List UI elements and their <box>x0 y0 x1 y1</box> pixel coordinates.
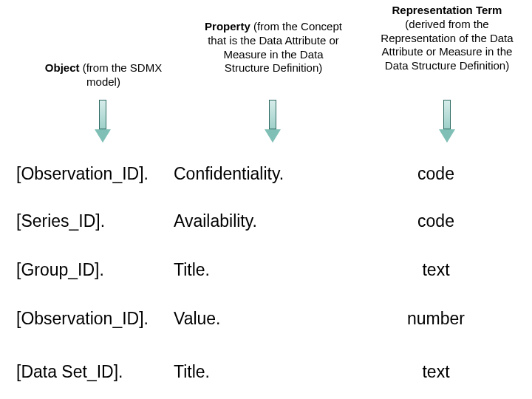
cell-property: Confidentiality. <box>174 164 344 184</box>
cell-object: [Group_ID]. <box>16 260 179 280</box>
table-row: [Data Set_ID]. Title. text <box>0 362 532 396</box>
cell-rep: number <box>355 309 517 329</box>
table-row: [Series_ID]. Availability. code <box>0 211 532 245</box>
table-row: [Group_ID]. Title. text <box>0 260 532 294</box>
header-property-term: Property <box>205 20 250 33</box>
column-header-representation: Representation Term (derived from the Re… <box>373 4 521 73</box>
header-representation-paren: (derived from the Representation of the … <box>373 18 521 73</box>
cell-object: [Observation_ID]. <box>16 309 179 329</box>
table-row: [Observation_ID]. Value. number <box>0 309 532 343</box>
cell-rep: code <box>355 164 517 184</box>
cell-property: Title. <box>174 260 344 280</box>
cell-rep: text <box>355 260 517 280</box>
cell-object: [Series_ID]. <box>16 211 179 231</box>
cell-rep: text <box>355 362 517 382</box>
arrow-down-icon <box>95 100 111 144</box>
cell-property: Value. <box>174 309 344 329</box>
header-representation-term: Representation Term <box>373 4 521 18</box>
table-row: [Observation_ID]. Confidentiality. code <box>0 164 532 198</box>
cell-object: [Observation_ID]. <box>16 164 179 184</box>
cell-rep: code <box>355 211 517 231</box>
cell-property: Title. <box>174 362 344 382</box>
header-object-term: Object <box>45 61 80 74</box>
header-object-paren: (from the SDMX model) <box>80 61 163 88</box>
cell-object: [Data Set_ID]. <box>16 362 179 382</box>
column-header-property: Property (from the Concept that is the D… <box>200 20 347 75</box>
cell-property: Availability. <box>174 211 344 231</box>
column-header-object: Object (from the SDMX model) <box>41 61 166 89</box>
arrow-down-icon <box>265 100 281 144</box>
arrow-down-icon <box>439 100 455 144</box>
